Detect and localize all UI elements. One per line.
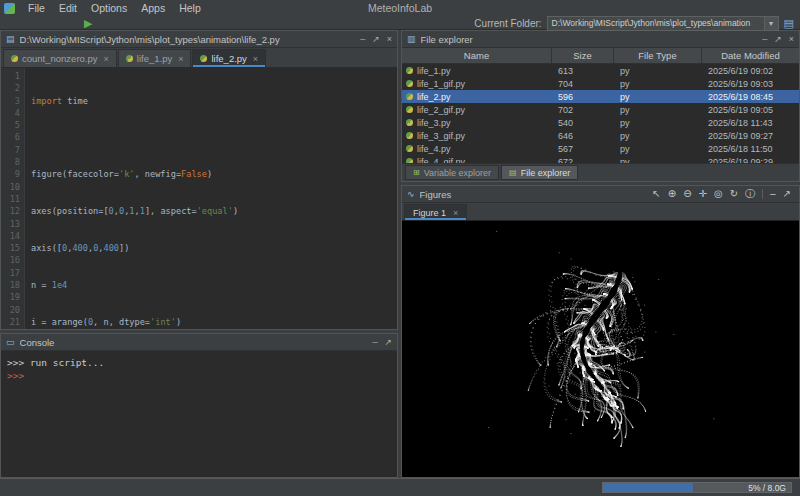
code-area[interactable]: import time figure(facecolor='k', newfig…	[25, 68, 397, 329]
run-script-button[interactable]: ▶	[84, 18, 92, 29]
current-folder-combobox[interactable]: D:\Working\MIScript\Jython\mis\plot_type…	[547, 16, 779, 31]
file-modified: 2025/6/18 11:43	[702, 118, 799, 128]
table-row[interactable]: life_3.py 540 py 2025/6/18 11:43	[402, 116, 799, 129]
console-line: >>> run script...	[7, 356, 391, 369]
browse-folder-icon[interactable]: ▤	[784, 18, 794, 29]
menu-apps[interactable]: Apps	[134, 2, 172, 14]
table-row[interactable]: life_4.py 567 py 2025/6/18 11:50	[402, 142, 799, 155]
zoom-in-icon[interactable]: ⊕	[668, 189, 676, 199]
editor-tab-life-2[interactable]: life_2.py ×	[192, 49, 266, 67]
figure-canvas[interactable]	[402, 221, 799, 476]
file-explorer-title: File explorer	[421, 34, 758, 45]
menu-file[interactable]: File	[21, 2, 52, 14]
minimize-icon[interactable]: –	[360, 35, 365, 44]
file-modified: 2025/6/19 08:45	[702, 92, 799, 102]
editor-panel: ▤ D:\Working\MIScript\Jython\mis\plot_ty…	[0, 30, 398, 330]
menu-help[interactable]: Help	[172, 2, 208, 14]
file-explorer-title-bar: ▥ File explorer – ↗ ×	[402, 31, 799, 48]
file-size: 613	[552, 66, 614, 76]
table-row[interactable]: life_2.py 596 py 2025/6/19 08:45	[402, 90, 799, 103]
code-line: figure(facecolor='k', newfig=False)	[31, 168, 397, 180]
menu-options[interactable]: Options	[84, 2, 134, 14]
float-icon[interactable]: ↗	[783, 189, 791, 199]
code-line: i = arange(0, n, dtype='int')	[31, 316, 397, 328]
console-prompt[interactable]: >>>	[7, 369, 391, 382]
file-modified: 2025/6/19 09:03	[702, 79, 799, 89]
figure-tab-bar: Figure 1 ×	[402, 203, 799, 221]
close-tab-icon[interactable]: ×	[178, 54, 183, 64]
file-name: life_3_gif.py	[417, 131, 465, 141]
table-row[interactable]: life_1_gif.py 704 py 2025/6/19 09:03	[402, 77, 799, 90]
console-output[interactable]: >>> run script... >>>	[1, 351, 397, 477]
table-header: Name Size File Type Date Modified	[402, 48, 799, 64]
right-column: ▥ File explorer – ↗ × Name Size File Typ…	[401, 30, 800, 478]
code-line: n = 1e4	[31, 279, 397, 291]
zoom-out-icon[interactable]: ⊖	[683, 189, 691, 199]
current-folder-value: D:\Working\MIScript\Jython\mis\plot_type…	[548, 18, 764, 28]
python-file-icon	[406, 132, 413, 139]
editor-tab-count-nonzero[interactable]: count_nonzero.py ×	[3, 49, 117, 67]
tab-figure-1[interactable]: Figure 1 ×	[404, 204, 467, 220]
python-file-icon	[406, 80, 413, 87]
full-extent-icon[interactable]: ◎	[714, 189, 723, 199]
column-header-size[interactable]: Size	[552, 48, 614, 63]
close-tab-icon[interactable]: ×	[104, 54, 109, 64]
tab-file-explorer[interactable]: ▤ File explorer	[501, 165, 578, 180]
select-tool-icon[interactable]: ↖	[652, 189, 660, 199]
file-size: 704	[552, 79, 614, 89]
minimize-icon[interactable]: –	[770, 189, 776, 199]
float-icon[interactable]: ↗	[384, 338, 392, 347]
float-icon[interactable]: ↗	[774, 35, 782, 44]
tab-label: File explorer	[521, 168, 571, 178]
file-type: py	[614, 66, 702, 76]
close-tab-icon[interactable]: ×	[453, 208, 458, 218]
chevron-down-icon[interactable]: ▾	[764, 17, 778, 30]
menu-bar: File Edit Options Apps Help MeteoInfoLab	[0, 0, 800, 16]
file-explorer-icon: ▥	[407, 35, 416, 44]
table-row[interactable]: life_1.py 613 py 2025/6/19 09:02	[402, 64, 799, 77]
close-icon[interactable]: ×	[387, 35, 392, 44]
identify-icon[interactable]: ⓘ	[745, 189, 755, 199]
toolbar-separator	[762, 189, 763, 199]
table-row[interactable]: life_4_gif.py 672 py 2025/6/19 09:29	[402, 155, 799, 163]
tab-label: Variable explorer	[424, 168, 491, 178]
minimize-icon[interactable]: –	[762, 35, 767, 44]
rotate-icon[interactable]: ↻	[730, 189, 738, 199]
file-name: life_2_gif.py	[417, 105, 465, 115]
column-header-date-modified[interactable]: Date Modified	[702, 48, 799, 63]
file-explorer-icon: ▤	[509, 169, 517, 177]
toolbar: ▶ Current Folder: D:\Working\MIScript\Jy…	[0, 16, 800, 30]
file-name: life_4.py	[417, 144, 451, 154]
main-area: ▤ D:\Working\MIScript\Jython\mis\plot_ty…	[0, 30, 800, 478]
float-icon[interactable]: ↗	[372, 35, 380, 44]
file-size: 567	[552, 144, 614, 154]
python-file-icon	[406, 119, 413, 126]
file-type: py	[614, 79, 702, 89]
file-name: life_2.py	[417, 92, 451, 102]
figures-title: Figures	[420, 189, 648, 200]
close-icon[interactable]: ×	[789, 35, 794, 44]
code-line: import time	[31, 95, 397, 107]
file-type: py	[614, 105, 702, 115]
python-file-icon	[406, 93, 413, 100]
table-row[interactable]: life_2_gif.py 702 py 2025/6/19 09:05	[402, 103, 799, 116]
file-size: 646	[552, 131, 614, 141]
column-header-name[interactable]: Name	[402, 48, 552, 63]
close-tab-icon[interactable]: ×	[253, 54, 258, 64]
editor-file-path: D:\Working\MIScript\Jython\mis\plot_type…	[20, 34, 356, 45]
file-modified: 2025/6/19 09:02	[702, 66, 799, 76]
column-header-file-type[interactable]: File Type	[614, 48, 702, 63]
tab-label: life_2.py	[211, 53, 246, 64]
pan-icon[interactable]: ✛	[699, 189, 707, 199]
code-editor[interactable]: 123456789101112131415161718192021 import…	[1, 68, 397, 329]
table-row[interactable]: life_3_gif.py 646 py 2025/6/19 09:27	[402, 129, 799, 142]
current-folder-label: Current Folder:	[474, 18, 541, 29]
editor-tab-bar: count_nonzero.py × life_1.py × life_2.py…	[1, 48, 397, 68]
status-bar: 5% / 8.0G	[0, 478, 800, 496]
menu-edit[interactable]: Edit	[52, 2, 84, 14]
tab-variable-explorer[interactable]: ⊞ Variable explorer	[405, 165, 499, 180]
file-modified: 2025/6/18 11:50	[702, 144, 799, 154]
left-column: ▤ D:\Working\MIScript\Jython\mis\plot_ty…	[0, 30, 398, 478]
minimize-icon[interactable]: –	[372, 338, 377, 347]
editor-tab-life-1[interactable]: life_1.py ×	[118, 49, 192, 67]
